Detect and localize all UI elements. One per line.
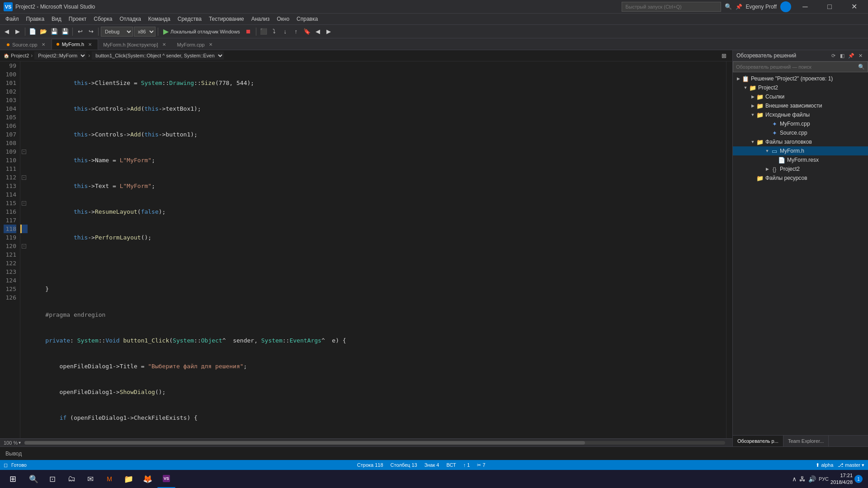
tab-myform-h[interactable]: MyForm.h ✕: [52, 39, 99, 50]
status-col[interactable]: Столбец 13: [391, 462, 417, 468]
close-button[interactable]: ✕: [844, 0, 864, 14]
xiaomi-taskbar[interactable]: M: [100, 470, 118, 488]
firefox-taskbar[interactable]: 🦊: [138, 470, 156, 488]
tab-close[interactable]: ✕: [40, 42, 47, 48]
se-search-bar[interactable]: 🔍: [733, 61, 868, 72]
breadcrumb-class-dropdown[interactable]: Project2::MyForm: [34, 52, 86, 60]
menu-test[interactable]: Тестирование: [205, 15, 248, 23]
lang-indicator[interactable]: РУС: [819, 476, 829, 482]
status-git-item[interactable]: ⎇ master ▾: [838, 462, 864, 468]
tab-close[interactable]: ✕: [161, 42, 167, 48]
horizontal-scrollbar[interactable]: [24, 441, 725, 445]
tab-close[interactable]: ✕: [208, 42, 214, 48]
bookmark-prev-button[interactable]: ◀: [313, 27, 323, 37]
tray-arrow-icon[interactable]: ∧: [792, 475, 797, 483]
back-button[interactable]: ◀: [2, 27, 12, 37]
line-numbers: 99 100 101 102 103 104 105 106 107 108 1…: [0, 61, 20, 438]
minimap-scrollbar[interactable]: [726, 61, 732, 438]
tree-item-references[interactable]: ▶ 📁 Ссылки: [733, 92, 868, 101]
platform-dropdown[interactable]: x86 x64: [134, 27, 156, 37]
status-branch: alpha: [821, 462, 833, 468]
tree-arrow: ▶: [735, 76, 742, 81]
open-file-button[interactable]: 📂: [38, 27, 48, 37]
save-button[interactable]: 💾: [49, 27, 59, 37]
tree-item-myformh[interactable]: ▼ ▭ MyForm.h: [733, 146, 868, 155]
file-explorer-taskbar[interactable]: 🗂: [62, 470, 80, 488]
clock[interactable]: 17:21 2018/4/28: [830, 472, 853, 486]
tree-item-project2-json[interactable]: ▶ {} Project2: [733, 164, 868, 174]
new-file-button[interactable]: 📄: [28, 27, 38, 37]
title-bar-right: 🔍 📌 Evgeny Proff ─ □ ✕: [622, 0, 864, 14]
tree-item-myformcpp[interactable]: ✦ MyForm.cpp: [733, 119, 868, 128]
tree-item-resourcefiles[interactable]: 📁 Файлы ресурсов: [733, 174, 868, 183]
run-button[interactable]: ▶ Локальный отладчик Windows: [160, 26, 243, 37]
se-pin-button[interactable]: 📌: [847, 52, 855, 60]
minimize-button[interactable]: ─: [795, 0, 816, 14]
se-properties-button[interactable]: ◧: [838, 52, 846, 60]
menu-window[interactable]: Окно: [273, 15, 293, 23]
se-tab-team[interactable]: Team Explorer...: [783, 436, 829, 447]
tree-item-myformresx[interactable]: 📄 MyForm.resx: [733, 155, 868, 164]
menu-tools[interactable]: Средства: [174, 15, 205, 23]
tree-item-sourcecpp[interactable]: ✦ Source.cpp: [733, 128, 868, 137]
notification-badge[interactable]: 1: [854, 475, 863, 483]
se-tab-explorer[interactable]: Обозреватель р...: [733, 436, 783, 447]
zoom-dropdown[interactable]: ▾: [19, 440, 21, 445]
user-avatar: [780, 1, 791, 12]
menu-project[interactable]: Проект: [65, 15, 90, 23]
menu-build[interactable]: Сборка: [90, 15, 116, 23]
breadcrumb-method-dropdown[interactable]: button1_Click(System::Object ^ sender, S…: [92, 52, 224, 60]
status-char[interactable]: Знак 4: [425, 462, 439, 468]
mail-taskbar[interactable]: ✉: [81, 470, 99, 488]
redo-button[interactable]: ↪: [86, 27, 96, 37]
stepout-button[interactable]: ↑: [291, 27, 301, 37]
se-sync-button[interactable]: ⟳: [829, 52, 837, 60]
status-row[interactable]: Строка 118: [357, 462, 383, 468]
stop-button[interactable]: ⏹: [244, 27, 254, 37]
zoom-level[interactable]: 100 %: [4, 440, 18, 446]
menu-help[interactable]: Справка: [293, 15, 321, 23]
tree-item-project[interactable]: ▼ 📁 Project2: [733, 83, 868, 92]
split-editor-button[interactable]: ⊞: [719, 51, 729, 61]
files-taskbar[interactable]: 📁: [119, 470, 137, 488]
tab-myform-constructor[interactable]: MyForm.h [Конструктор] ✕: [98, 39, 172, 50]
tree-item-solution[interactable]: ▶ 📋 Решение "Project2" (проектов: 1): [733, 74, 868, 83]
tree-item-external[interactable]: ▶ 📁 Внешние зависимости: [733, 101, 868, 110]
menu-view[interactable]: Вид: [48, 15, 65, 23]
tab-myform-cpp[interactable]: MyForm.cpp ✕: [172, 39, 219, 50]
stepover-button[interactable]: ⤵: [269, 27, 279, 37]
start-button[interactable]: ⊞: [2, 470, 24, 488]
save-all-button[interactable]: 💾: [60, 27, 70, 37]
status-encoding[interactable]: ВСТ: [446, 462, 456, 468]
maximize-button[interactable]: □: [819, 0, 840, 14]
se-search-input[interactable]: [736, 64, 856, 70]
vs-taskbar[interactable]: VS: [157, 470, 175, 488]
config-dropdown[interactable]: Debug Release: [101, 27, 133, 37]
code-line-105: this->PerformLayout();: [31, 233, 722, 242]
tree-item-headerfiles[interactable]: ▼ 📁 Файлы заголовков: [733, 137, 868, 146]
menu-debug[interactable]: Отладка: [116, 15, 144, 23]
tab-close-active[interactable]: ✕: [87, 41, 93, 47]
tree-item-sourcefiles[interactable]: ▼ 📁 Исходные файлы: [733, 110, 868, 119]
tab-source-cpp[interactable]: Source.cpp ✕: [2, 39, 52, 50]
status-branch-item[interactable]: ⬆ alpha: [816, 462, 833, 468]
menu-edit[interactable]: Правка: [23, 15, 48, 23]
code-editor[interactable]: this->ClientSize = System::Drawing::Size…: [28, 61, 726, 438]
undo-button[interactable]: ↩: [75, 27, 85, 37]
search-taskbar-button[interactable]: 🔍: [24, 470, 42, 488]
volume-icon[interactable]: 🔊: [808, 475, 816, 483]
menu-file[interactable]: Файл: [2, 15, 23, 23]
clock-date: 2018/4/28: [830, 479, 853, 486]
bookmark-button[interactable]: 🔖: [302, 27, 312, 37]
breakpoint-button[interactable]: ⬛: [259, 27, 269, 37]
task-view-button[interactable]: ⊡: [43, 470, 61, 488]
menu-team[interactable]: Команда: [145, 15, 174, 23]
se-close-button[interactable]: ✕: [856, 52, 864, 60]
quick-launch-input[interactable]: [622, 2, 721, 12]
bookmark-next-button[interactable]: ▶: [324, 27, 334, 37]
network-icon[interactable]: 🖧: [799, 475, 806, 483]
menu-analyze[interactable]: Анализ: [248, 15, 274, 23]
forward-button[interactable]: ▶: [13, 27, 23, 37]
run-label: Локальный отладчик Windows: [170, 29, 240, 34]
stepinto-button[interactable]: ↓: [280, 27, 290, 37]
